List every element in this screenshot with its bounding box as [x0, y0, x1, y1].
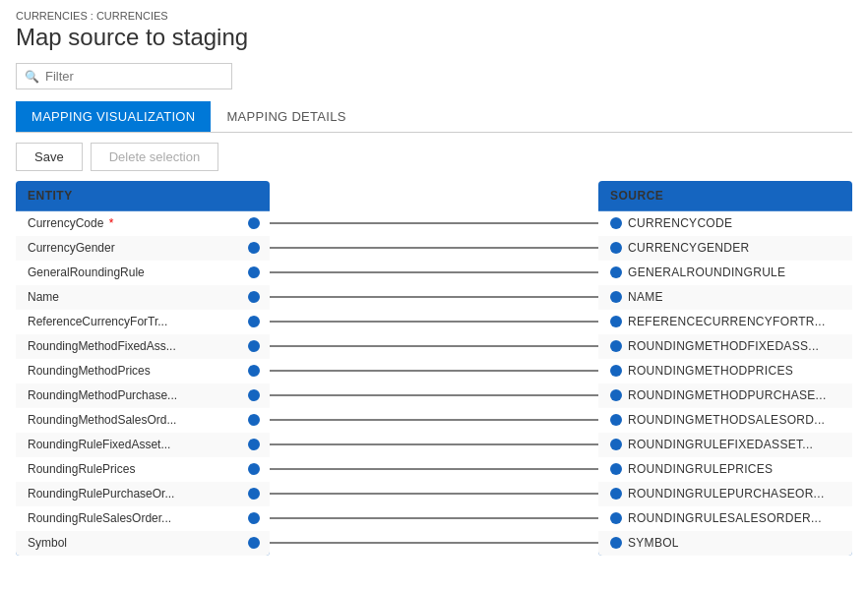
entity-panel: ENTITY CurrencyCode *CurrencyGenderGener…	[16, 181, 270, 556]
entity-row: RoundingRulePurchaseOr...	[16, 482, 270, 506]
source-dot	[610, 291, 622, 303]
entity-row: RoundingMethodPurchase...	[16, 384, 270, 408]
source-dot	[610, 389, 622, 401]
entity-row: RoundingRulePrices	[16, 457, 270, 482]
connector-lines	[270, 181, 598, 564]
entity-row: RoundingMethodPrices	[16, 359, 270, 384]
entity-dot	[248, 488, 260, 500]
source-dot	[610, 266, 622, 278]
source-panel-header: SOURCE	[598, 181, 852, 211]
filter-input[interactable]	[45, 69, 223, 84]
delete-selection-button[interactable]: Delete selection	[91, 143, 219, 171]
entity-dot	[248, 414, 260, 426]
source-dot	[610, 439, 622, 450]
entity-dot	[248, 512, 260, 524]
entity-panel-header: ENTITY	[16, 181, 270, 211]
entity-dot	[248, 537, 260, 549]
entity-row: ReferenceCurrencyForTr...	[16, 310, 270, 334]
mapping-visualization: ENTITY CurrencyCode *CurrencyGenderGener…	[16, 181, 852, 564]
entity-row: RoundingMethodFixedAss...	[16, 334, 270, 359]
source-dot	[610, 463, 622, 475]
entity-dot	[248, 439, 260, 450]
source-row: SYMBOL	[598, 531, 852, 556]
connector-area	[270, 181, 598, 564]
breadcrumb: CURRENCIES : CURRENCIES	[16, 10, 852, 22]
source-dot	[610, 512, 622, 524]
source-row: REFERENCECURRENCYFORTR...	[598, 310, 852, 334]
entity-row: GeneralRoundingRule	[16, 261, 270, 285]
tab-mapping-visualization[interactable]: MAPPING VISUALIZATION	[16, 101, 211, 132]
source-row: ROUNDINGRULEPURCHASEOR...	[598, 482, 852, 506]
source-dot	[610, 414, 622, 426]
entity-dot	[248, 463, 260, 475]
entity-row: RoundingRuleFixedAsset...	[16, 433, 270, 457]
tabs-container: MAPPING VISUALIZATION MAPPING DETAILS	[16, 101, 852, 133]
source-row: ROUNDINGMETHODFIXEDASS...	[598, 334, 852, 359]
source-row: GENERALROUNDINGRULE	[598, 261, 852, 285]
page-title: Map source to staging	[16, 24, 852, 51]
source-dot	[610, 365, 622, 377]
source-dot	[610, 537, 622, 549]
source-dot	[610, 488, 622, 500]
entity-dot	[248, 340, 260, 352]
entity-row: CurrencyGender	[16, 236, 270, 261]
entity-row: Symbol	[16, 531, 270, 556]
entity-dot	[248, 365, 260, 377]
entity-row: RoundingRuleSalesOrder...	[16, 506, 270, 531]
source-dot	[610, 242, 622, 254]
source-row: CURRENCYGENDER	[598, 236, 852, 261]
search-icon: 🔍	[25, 70, 39, 84]
source-row: CURRENCYCODE	[598, 211, 852, 236]
source-row: ROUNDINGMETHODPRICES	[598, 359, 852, 384]
entity-dot	[248, 242, 260, 254]
source-row: ROUNDINGRULESALESORDER...	[598, 506, 852, 531]
save-button[interactable]: Save	[16, 143, 83, 171]
source-row: ROUNDINGRULEPRICES	[598, 457, 852, 482]
tab-mapping-details[interactable]: MAPPING DETAILS	[211, 101, 361, 132]
entity-dot	[248, 291, 260, 303]
entity-row: RoundingMethodSalesOrd...	[16, 408, 270, 433]
entity-dot	[248, 316, 260, 327]
filter-box: 🔍	[16, 63, 232, 89]
entity-dot	[248, 389, 260, 401]
entity-rows: CurrencyCode *CurrencyGenderGeneralRound…	[16, 211, 270, 556]
source-row: NAME	[598, 285, 852, 310]
entity-row: Name	[16, 285, 270, 310]
entity-dot	[248, 266, 260, 278]
source-row: ROUNDINGRULEFIXEDASSET...	[598, 433, 852, 457]
page-container: CURRENCIES : CURRENCIES Map source to st…	[0, 0, 868, 574]
entity-dot	[248, 217, 260, 229]
source-dot	[610, 316, 622, 327]
source-row: ROUNDINGMETHODSALESORD...	[598, 408, 852, 433]
toolbar: Save Delete selection	[16, 133, 852, 181]
source-dot	[610, 340, 622, 352]
entity-row: CurrencyCode *	[16, 211, 270, 236]
source-dot	[610, 217, 622, 229]
source-panel: SOURCE CURRENCYCODECURRENCYGENDERGENERAL…	[598, 181, 852, 556]
source-rows: CURRENCYCODECURRENCYGENDERGENERALROUNDIN…	[598, 211, 852, 556]
source-row: ROUNDINGMETHODPURCHASE...	[598, 384, 852, 408]
